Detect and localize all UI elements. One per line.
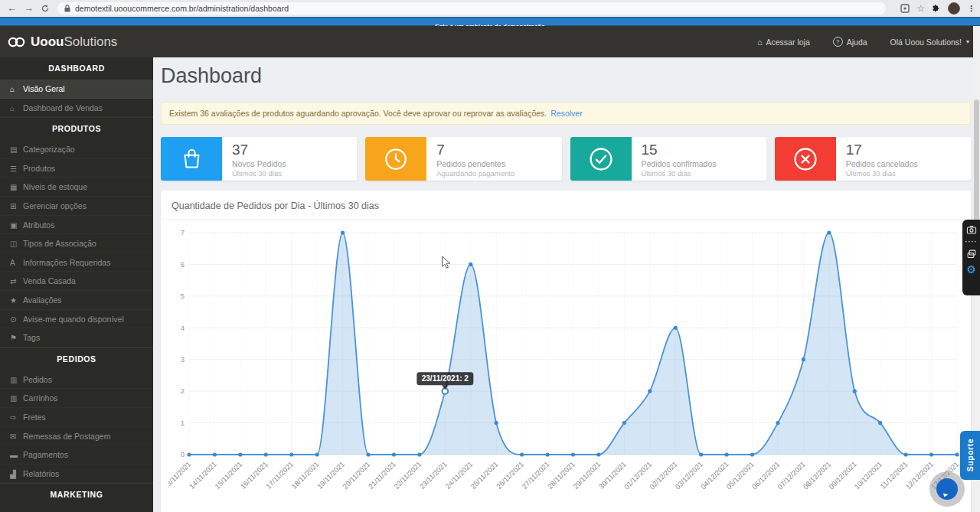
association-icon: ◫ xyxy=(10,235,23,254)
stat-label: Pedidos pendentes xyxy=(436,159,514,168)
chart-area: 0123456713/11/202114/11/202115/11/202116… xyxy=(161,223,971,492)
stat-card-pedidos-pendentes[interactable]: 7Pedidos pendentesAguardando pagamento xyxy=(365,137,561,181)
data-point[interactable] xyxy=(699,452,703,456)
screenshots-stack-icon[interactable] xyxy=(966,249,977,259)
data-point[interactable] xyxy=(904,452,908,456)
cart-icon: ▥ xyxy=(10,390,23,409)
data-point[interactable] xyxy=(417,452,421,456)
user-menu[interactable]: Olá Uoou Solutions!▾ xyxy=(890,38,969,47)
data-point[interactable] xyxy=(776,421,779,425)
sidebar-item-tipos-de-associacao[interactable]: ◫Tipos de Associação xyxy=(0,234,153,253)
data-point[interactable] xyxy=(853,390,857,393)
sidebar-item-avaliacoes[interactable]: ★Avaliações xyxy=(0,291,153,310)
back-icon[interactable]: ← xyxy=(7,0,17,17)
logo-text-bold: Uoou xyxy=(31,34,64,50)
camera-icon[interactable] xyxy=(966,225,977,235)
support-tab[interactable]: Suporte xyxy=(960,431,980,480)
stat-sublabel: Últimos 30 dias xyxy=(232,169,286,178)
stats-row: 37Novos PedidosÚltimos 30 dias7Pedidos p… xyxy=(161,137,971,181)
forward-icon[interactable]: → xyxy=(24,0,34,17)
data-point[interactable] xyxy=(725,452,729,456)
y-tick-label: 2 xyxy=(181,386,185,395)
grid-icon: ⊞ xyxy=(10,197,23,217)
data-point[interactable] xyxy=(469,263,472,266)
settings-gear-icon[interactable]: ⚙ xyxy=(966,264,976,275)
data-point[interactable] xyxy=(622,421,626,425)
sidebar-item-pagamentos[interactable]: ▬Pagamentos xyxy=(0,445,153,465)
data-point[interactable] xyxy=(929,452,933,456)
data-point[interactable] xyxy=(878,421,882,425)
data-point[interactable] xyxy=(187,452,191,456)
data-point[interactable] xyxy=(674,326,678,330)
y-tick-label: 1 xyxy=(181,419,185,427)
more-options-icon[interactable]: ···· xyxy=(965,240,978,244)
chat-widget[interactable] xyxy=(929,471,965,507)
stat-card-pedidos-cancelados[interactable]: 17Pedidos canceladosÚltimos 30 dias xyxy=(775,137,971,181)
data-point[interactable] xyxy=(520,452,524,456)
demo-banner: Este é um ambiente de demonstração xyxy=(0,17,980,26)
profile-avatar[interactable] xyxy=(948,2,960,15)
sidebar-section-pedidos: PEDIDOS xyxy=(0,347,153,370)
screenshot-extension-icon[interactable] xyxy=(900,4,910,13)
sidebar-item-tags[interactable]: ⚑Tags xyxy=(0,328,153,347)
sidebar-item-gerenciar-opcoes[interactable]: ⊞Gerenciar opções xyxy=(0,197,153,216)
address-bar[interactable]: demotextil.uooucommerce.com.br/administr… xyxy=(57,2,886,15)
sidebar-item-avise-me-quando-disponivel[interactable]: ⊙Avise-me quando disponível xyxy=(0,310,153,329)
access-store-link[interactable]: ⌂Acessar loja xyxy=(757,38,810,47)
sidebar-item-categorizacao[interactable]: ▤Categorização xyxy=(0,140,153,159)
extensions-puzzle-icon[interactable] xyxy=(932,4,941,13)
lock-icon xyxy=(64,5,70,12)
sidebar-section-dashboard: DASHBOARD xyxy=(0,57,153,80)
home-icon: ⌂ xyxy=(10,80,23,99)
y-tick-label: 6 xyxy=(181,260,185,269)
data-point[interactable] xyxy=(392,452,396,456)
browser-menu-icon[interactable]: ⋮ xyxy=(967,4,975,14)
data-point[interactable] xyxy=(238,452,242,456)
stat-sublabel: Últimos 30 dias xyxy=(846,169,918,178)
sidebar-item-informacoes-requeridas[interactable]: AInformações Requeridas xyxy=(0,253,153,272)
sidebar-item-venda-casada[interactable]: ⇄Venda Casada xyxy=(0,272,153,291)
sidebar-item-dashboard-de-vendas[interactable]: ⌂Dashboard de Vendas xyxy=(0,99,153,118)
data-point[interactable] xyxy=(571,452,575,456)
sidebar-item-carrinhos[interactable]: ▥Carrinhos xyxy=(0,389,153,408)
sidebar-item-relatorios[interactable]: ▟Relatórios xyxy=(0,465,153,484)
sidebar-item-remessas-de-postagem[interactable]: ✉Remessas de Postagem xyxy=(0,427,153,446)
orders-per-day-chart[interactable]: 0123456713/11/202114/11/202115/11/202116… xyxy=(168,223,961,492)
sidebar-item-fretes[interactable]: ⇨Fretes xyxy=(0,408,153,427)
bag-icon xyxy=(161,137,222,181)
sidebar-item-label: Avise-me quando disponível xyxy=(23,315,124,324)
sidebar: DASHBOARD⌂Visão Geral⌂Dashboard de Venda… xyxy=(0,57,153,512)
data-point[interactable] xyxy=(495,421,498,425)
data-point[interactable] xyxy=(802,357,805,361)
sidebar-item-produtos[interactable]: ☰Produtos xyxy=(0,159,153,178)
sidebar-item-atributos[interactable]: ▣Atributos xyxy=(0,216,153,235)
data-point[interactable] xyxy=(289,452,293,456)
scrollbar-thumb[interactable] xyxy=(974,99,979,222)
data-point[interactable] xyxy=(341,230,345,234)
stock-icon: ▦ xyxy=(10,178,23,197)
refresh-icon[interactable] xyxy=(41,4,50,13)
data-point[interactable] xyxy=(648,390,652,393)
stat-card-pedidos-confirmados[interactable]: 15Pedidos confirmadosÚltimos 30 dias xyxy=(570,137,766,181)
bookmark-star-icon[interactable]: ☆ xyxy=(916,3,925,14)
stat-card-novos-pedidos[interactable]: 37Novos PedidosÚltimos 30 dias xyxy=(161,137,357,181)
data-point[interactable] xyxy=(827,230,831,234)
data-point[interactable] xyxy=(264,452,268,456)
data-point[interactable] xyxy=(545,452,549,456)
sidebar-item-pedidos[interactable]: ▥Pedidos xyxy=(0,370,153,390)
sidebar-item-visao-geral[interactable]: ⌂Visão Geral xyxy=(0,80,153,99)
sidebar-item-niveis-de-estoque[interactable]: ▦Níveis de estoque xyxy=(0,178,153,197)
data-point[interactable] xyxy=(213,452,217,456)
data-point[interactable] xyxy=(596,452,600,456)
stat-sublabel: Aguardando pagamento xyxy=(436,169,514,178)
mouse-cursor xyxy=(441,256,452,269)
data-point[interactable] xyxy=(366,452,370,456)
data-point[interactable] xyxy=(315,452,319,456)
help-link[interactable]: ?Ajuda xyxy=(833,37,867,47)
sidebar-section-produtos: PRODUTOS xyxy=(0,117,153,140)
logo[interactable]: UoouSolutions xyxy=(8,34,117,50)
data-point[interactable] xyxy=(955,452,959,456)
chat-balloon-icon xyxy=(936,478,959,501)
resolver-link[interactable]: Resolver xyxy=(550,109,582,118)
data-point[interactable] xyxy=(750,452,754,456)
